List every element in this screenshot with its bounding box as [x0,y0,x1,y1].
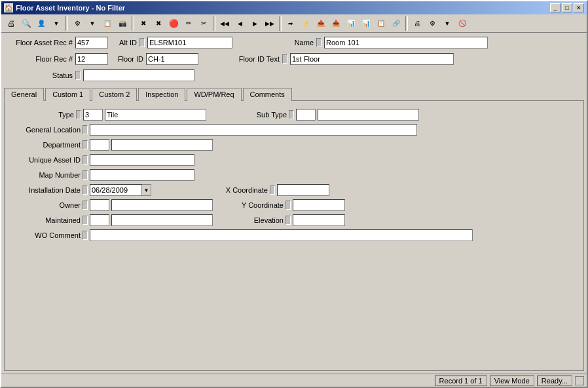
floor-id-input[interactable] [146,53,198,65]
status-label: Status [4,71,73,79]
unique-asset-id-row: Unique Asset ID [15,154,573,166]
scrollbar-button[interactable] [575,376,584,385]
camera-button[interactable]: 📸 [115,16,130,31]
department-value-input[interactable] [111,139,213,151]
chart2-button[interactable]: 📊 [359,16,373,31]
y-coordinate-input[interactable] [293,199,345,211]
tab-wdpmreq[interactable]: WD/PM/Req [187,88,241,101]
prev-record-button[interactable]: ◀ [232,16,247,31]
x-coordinate-label: X Coordinate [212,186,268,194]
separator1 [65,16,68,31]
date-dropdown-button[interactable]: ▼ [142,184,151,196]
close-button[interactable]: ✕ [574,3,584,12]
floor-asset-rec-input[interactable] [75,37,108,48]
elevation-label: Elevation [228,216,284,224]
tab-inspection[interactable]: Inspection [138,88,185,101]
status-bar: Record 1 of 1 View Mode Ready... [1,374,587,387]
tab-bar: General Custom 1 Custom 2 Inspection WD/… [4,87,584,100]
separator5 [405,16,408,31]
installation-date-input[interactable] [90,184,142,196]
floor-id-label: Floor ID [111,55,143,63]
map-number-row: Map Number [15,169,573,181]
department-indicator [83,140,88,149]
owner-code-input[interactable] [90,199,109,211]
config-button[interactable]: ⚙ [425,16,439,31]
edit-button[interactable]: ✏ [181,16,196,31]
print-button[interactable]: 🖨 [4,16,18,31]
dropdown3-button[interactable]: ▼ [440,16,454,31]
title-bar: 🏠 Floor Asset Inventory - No Filter _ □ … [1,1,587,14]
name-indicator [316,38,322,47]
maintained-indicator [83,216,88,225]
flag-button[interactable]: 🔴 [166,16,181,31]
wo-comment-input[interactable] [90,229,473,241]
first-record-button[interactable]: ◀◀ [217,16,232,31]
maximize-button[interactable]: □ [562,3,572,12]
sub-type-value-input[interactable] [318,109,419,121]
upload-button[interactable]: 📤 [314,16,328,31]
toolbar: 🖨 🔍 👤 ▼ ⚙ ▼ 📋 📸 ✖ ✖ 🔴 ✏ ✂ ◀◀ ◀ ▶ ▶▶ ➡ ⚡ … [1,14,587,33]
department-code-input[interactable] [90,139,109,151]
status-input[interactable] [83,69,194,81]
goto-button[interactable]: ➡ [284,16,298,31]
general-location-indicator [83,125,88,134]
delete-button[interactable]: ✖ [136,16,151,31]
search-button[interactable]: 🔍 [19,16,33,31]
floor-id-text-input[interactable] [290,53,454,65]
general-location-input[interactable] [90,124,417,136]
list-button[interactable]: 📋 [374,16,388,31]
dropdown1-button[interactable]: ▼ [49,16,64,31]
alt-id-indicator [139,38,145,47]
installation-date-wrapper: ▼ [90,184,151,196]
cut-button[interactable]: ✂ [196,16,211,31]
settings-button[interactable]: ⚙ [70,16,84,31]
name-input[interactable] [324,37,488,48]
unique-asset-id-input[interactable] [90,154,194,166]
cancel-button[interactable]: ✖ [151,16,166,31]
floor-rec-input[interactable] [75,53,108,65]
map-number-input[interactable] [90,169,194,181]
last-record-button[interactable]: ▶▶ [263,16,277,31]
type-code-input[interactable] [83,109,103,121]
tab-custom1[interactable]: Custom 1 [45,88,90,101]
unique-asset-id-label: Unique Asset ID [15,156,81,164]
tab-custom2[interactable]: Custom 2 [92,88,137,101]
type-row: Type Sub Type [15,109,573,121]
elevation-input[interactable] [293,214,345,226]
wo-comment-indicator [83,231,88,240]
unique-asset-id-indicator [83,155,88,165]
tab-general[interactable]: General [4,88,44,101]
x-coordinate-indicator [270,185,275,195]
floor-asset-rec-label: Floor Asset Rec # [4,39,73,47]
tab-comments[interactable]: Comments [243,88,292,101]
minimize-button[interactable]: _ [550,3,560,12]
sub-type-code-input[interactable] [296,109,316,121]
window-title: Floor Asset Inventory - No Filter [16,4,547,12]
tab-content: Type Sub Type General Location [4,100,584,371]
name-label: Name [287,39,314,47]
type-value-input[interactable] [105,109,206,121]
chart1-button[interactable]: 📊 [344,16,358,31]
print2-button[interactable]: 🖨 [410,16,424,31]
type-indicator [76,110,81,119]
owner-value-input[interactable] [111,199,213,211]
maintained-row: Maintained Elevation [15,214,573,226]
dropdown2-button[interactable]: ▼ [85,16,100,31]
maintained-value-input[interactable] [111,214,213,226]
maintained-code-input[interactable] [90,214,109,226]
sub-type-indicator [289,110,294,119]
x-coordinate-input[interactable] [277,184,329,196]
block-button[interactable]: 🚫 [455,16,469,31]
download-button[interactable]: 📥 [329,16,343,31]
user-button[interactable]: 👤 [34,16,48,31]
alt-id-input[interactable] [147,37,232,48]
y-coordinate-indicator [285,201,291,210]
window-controls: _ □ ✕ [550,3,584,12]
next-record-button[interactable]: ▶ [248,16,262,31]
link-button[interactable]: ⚡ [299,16,313,31]
ready-status: Ready... [537,376,572,386]
general-location-row: General Location [15,124,573,136]
attach-button[interactable]: 🔗 [389,16,403,31]
type-label: Type [15,111,74,119]
clipboard-button[interactable]: 📋 [100,16,115,31]
